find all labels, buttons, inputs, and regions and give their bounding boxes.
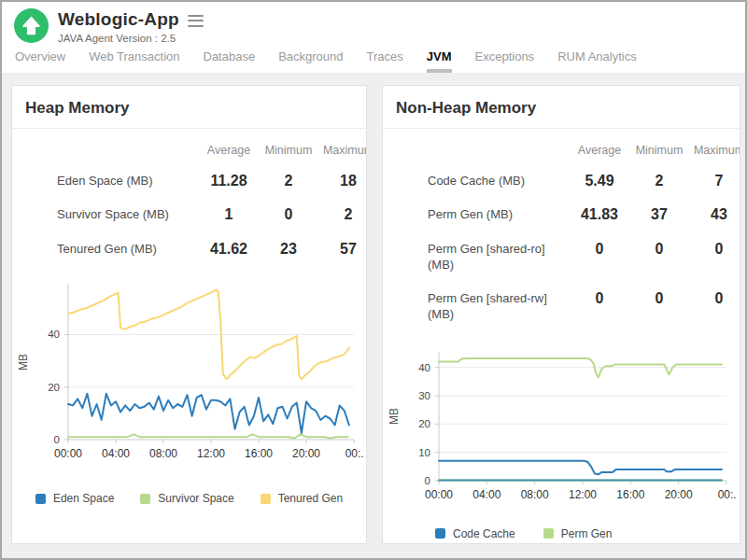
table-row: Eden Space (MB) 11.28 2 18 (12, 164, 366, 198)
svg-text:20:00: 20:00 (665, 488, 693, 501)
legend-label: Code Cache (453, 527, 515, 540)
table-row: Code Cache (MB) 5.49 2 7 (383, 164, 740, 198)
min-value: 2 (629, 173, 689, 189)
divider (383, 128, 740, 129)
avg-value: 11.28 (199, 173, 259, 189)
heap-chart-legend: Eden Space Survivor Space Tenured Gen (12, 492, 366, 505)
page-title: Weblogic-App (58, 9, 179, 30)
row-label: Perm Gen (MB) (383, 206, 570, 223)
legend-item-tenured-gen[interactable]: Tenured Gen (261, 492, 343, 505)
svg-text:0: 0 (54, 434, 60, 445)
brand-block: Weblogic-App JAVA Agent Version : 2.5 (14, 8, 204, 44)
svg-text:00:..: 00:.. (718, 488, 736, 501)
min-value: 0 (259, 206, 318, 223)
legend-label: Tenured Gen (278, 492, 343, 505)
non-heap-stats-table: Average Minimum Maximum Code Cache (MB) … (383, 138, 740, 331)
row-label: Code Cache (MB) (383, 173, 570, 189)
non-heap-panel-title: Non-Heap Memory (383, 86, 740, 128)
eden-space-swatch-icon (35, 494, 46, 504)
row-label: Perm Gen [shared-ro] (MB) (383, 241, 570, 273)
max-value: 7 (689, 173, 740, 189)
max-value: 0 (689, 290, 740, 307)
status-up-icon (14, 8, 49, 43)
tab-exceptions[interactable]: Exceptions (475, 49, 535, 73)
table-row: Perm Gen (MB) 41.83 37 43 (383, 198, 740, 231)
max-value: 2 (318, 206, 367, 223)
avg-value: 5.49 (570, 173, 629, 189)
code-cache-swatch-icon (435, 528, 445, 539)
svg-text:12:00: 12:00 (569, 488, 597, 501)
svg-text:20:00: 20:00 (292, 447, 320, 460)
avg-value: 41.83 (570, 206, 629, 223)
brand-text: Weblogic-App JAVA Agent Version : 2.5 (58, 8, 204, 44)
column-maximum: Maximum (318, 138, 367, 162)
legend-item-survivor-space[interactable]: Survivor Space (140, 492, 233, 505)
avg-value: 41.62 (199, 241, 259, 258)
row-label: Eden Space (MB) (12, 173, 199, 189)
tab-rum-analytics[interactable]: RUM Analytics (557, 49, 637, 73)
legend-row: Code Cache Perm Gen (435, 527, 740, 540)
min-value: 37 (629, 206, 689, 223)
divider (12, 128, 366, 129)
heap-memory-line-chart: 0204000:0004:0008:0012:0016:0020:0000:..… (14, 279, 363, 469)
legend-label: Perm Gen (561, 527, 613, 540)
svg-text:04:00: 04:00 (472, 488, 500, 501)
tab-jvm[interactable]: JVM (427, 49, 452, 73)
column-average: Average (199, 138, 259, 162)
column-maximum: Maximum (689, 138, 740, 162)
max-value: 57 (318, 241, 367, 258)
svg-text:MB: MB (388, 408, 401, 425)
min-value: 2 (259, 173, 318, 189)
legend-item-eden-space[interactable]: Eden Space (35, 492, 114, 505)
table-row: Perm Gen [shared-rw] (MB) 0 0 0 (383, 282, 740, 331)
non-heap-memory-panel: Non-Heap Memory Average Minimum Maximum … (382, 85, 740, 544)
min-value: 23 (259, 241, 318, 258)
row-label: Perm Gen [shared-rw] (MB) (383, 290, 570, 323)
svg-text:00:00: 00:00 (54, 447, 82, 460)
tab-overview[interactable]: Overview (15, 49, 65, 73)
app-header: Weblogic-App JAVA Agent Version : 2.5 Ov… (2, 2, 745, 73)
svg-text:08:00: 08:00 (521, 488, 549, 501)
column-minimum: Minimum (259, 138, 318, 162)
tab-web-transaction[interactable]: Web Transaction (89, 49, 179, 73)
row-label: Survivor Space (MB) (12, 206, 199, 223)
avg-value: 0 (570, 290, 629, 307)
svg-text:40: 40 (48, 329, 60, 341)
tab-database[interactable]: Database (204, 49, 256, 73)
perm-gen-swatch-icon (543, 528, 554, 539)
non-heap-chart-legend: Code Cache Perm Gen Perm Gen [shared-ro] (383, 527, 740, 544)
table-header-row: Average Minimum Maximum (12, 138, 366, 162)
svg-text:10: 10 (418, 447, 430, 458)
svg-text:40: 40 (418, 362, 430, 373)
table-row: Perm Gen [shared-ro] (MB) 0 0 0 (383, 232, 740, 282)
non-heap-memory-line-chart: 01020304000:0004:0008:0012:0016:0020:000… (385, 346, 736, 511)
tenured-gen-swatch-icon (261, 494, 271, 504)
legend-item-code-cache[interactable]: Code Cache (435, 527, 515, 540)
table-row: Survivor Space (MB) 1 0 2 (12, 198, 366, 231)
max-value: 43 (689, 206, 740, 223)
tab-traces[interactable]: Traces (367, 49, 403, 73)
min-value: 0 (629, 241, 689, 258)
avg-value: 0 (570, 241, 629, 258)
max-value: 18 (318, 173, 367, 189)
svg-text:20: 20 (48, 382, 60, 393)
svg-text:08:00: 08:00 (149, 447, 177, 460)
heap-memory-panel: Heap Memory Average Minimum Maximum Eden… (11, 85, 367, 544)
svg-text:20: 20 (418, 418, 430, 429)
legend-item-perm-gen[interactable]: Perm Gen (543, 527, 613, 540)
app-window: Weblogic-App JAVA Agent Version : 2.5 Ov… (0, 0, 747, 560)
hamburger-menu-icon[interactable] (188, 15, 204, 27)
max-value: 0 (689, 241, 740, 258)
svg-text:00:00: 00:00 (425, 488, 453, 501)
svg-text:12:00: 12:00 (197, 447, 225, 460)
heap-panel-title: Heap Memory (12, 86, 366, 128)
min-value: 0 (629, 290, 689, 307)
svg-text:30: 30 (418, 390, 430, 401)
tab-background[interactable]: Background (278, 49, 343, 73)
svg-text:00:..: 00:.. (345, 447, 363, 460)
avg-value: 1 (199, 206, 259, 223)
column-minimum: Minimum (629, 138, 689, 162)
table-header-row: Average Minimum Maximum (383, 138, 740, 162)
tab-bar: Overview Web Transaction Database Backgr… (15, 49, 637, 73)
table-row: Tenured Gen (MB) 41.62 23 57 (12, 232, 366, 266)
